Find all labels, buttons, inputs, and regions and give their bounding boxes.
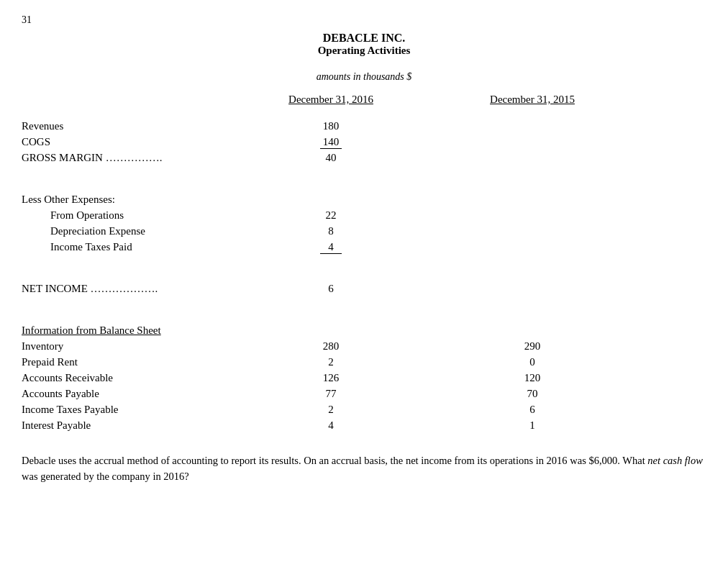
prepaid-rent-label: Prepaid Rent: [22, 356, 266, 368]
cogs-val1: 140: [266, 136, 396, 149]
financial-table: Revenues 180 COGS 140 GROSS MARGIN ………………: [22, 120, 706, 435]
other-expenses-section: Less Other Expenses: From Operations 22 …: [22, 194, 706, 257]
balance-sheet-header: Information from Balance Sheet: [22, 324, 266, 337]
company-name: DEBACLE INC.: [22, 32, 706, 45]
depreciation-row: Depreciation Expense 8: [22, 225, 706, 241]
revenues-row: Revenues 180: [22, 120, 706, 136]
accounts-payable-val2: 70: [468, 388, 597, 400]
gross-margin-row: GROSS MARGIN ……………. 40: [22, 152, 706, 168]
col2-header: December 31, 2015: [468, 94, 597, 106]
income-taxes-paid-row: Income Taxes Paid 4: [22, 241, 706, 257]
cogs-row: COGS 140: [22, 136, 706, 152]
income-taxes-paid-val1: 4: [266, 241, 396, 254]
balance-sheet-header-row: Information from Balance Sheet: [22, 324, 706, 340]
inventory-val1: 280: [266, 340, 396, 353]
other-expenses-header: Less Other Expenses:: [22, 194, 266, 206]
prepaid-rent-row: Prepaid Rent 2 0: [22, 356, 706, 372]
inventory-row: Inventory 280 290: [22, 340, 706, 356]
net-income-val1: 6: [266, 283, 396, 295]
other-expenses-header-row: Less Other Expenses:: [22, 194, 706, 209]
col1-header: December 31, 2016: [266, 94, 396, 106]
income-statement-section: Revenues 180 COGS 140 GROSS MARGIN ………………: [22, 120, 706, 168]
revenues-label: Revenues: [22, 120, 266, 132]
report-title: Operating Activities: [22, 45, 706, 57]
income-taxes-payable-val2: 6: [468, 404, 597, 416]
depreciation-val1: 8: [266, 225, 396, 237]
inventory-label: Inventory: [22, 340, 266, 353]
interest-payable-row: Interest Payable 4 1: [22, 419, 706, 435]
header: DEBACLE INC. Operating Activities: [22, 32, 706, 57]
inventory-val2: 290: [468, 340, 597, 353]
interest-payable-val1: 4: [266, 419, 396, 432]
accounts-receivable-row: Accounts Receivable 126 120: [22, 372, 706, 388]
accounts-payable-label: Accounts Payable: [22, 388, 266, 400]
accounts-receivable-label: Accounts Receivable: [22, 372, 266, 384]
bottom-text: Debacle uses the accrual method of accou…: [22, 453, 706, 485]
accounts-payable-row: Accounts Payable 77 70: [22, 388, 706, 404]
balance-sheet-section: Information from Balance Sheet Inventory…: [22, 324, 706, 435]
net-income-section: NET INCOME ………………. 6: [22, 283, 706, 299]
prepaid-rent-val2: 0: [468, 356, 597, 368]
income-taxes-payable-val1: 2: [266, 404, 396, 416]
accounts-receivable-val2: 120: [468, 372, 597, 384]
income-taxes-paid-label: Income Taxes Paid: [22, 241, 266, 253]
from-operations-val1: 22: [266, 209, 396, 222]
columns-header: December 31, 2016 December 31, 2015: [22, 94, 706, 106]
gross-margin-label: GROSS MARGIN …………….: [22, 152, 266, 164]
income-taxes-payable-row: Income Taxes Payable 2 6: [22, 404, 706, 419]
depreciation-label: Depreciation Expense: [22, 225, 266, 237]
from-operations-label: From Operations: [22, 209, 266, 222]
gross-margin-val1: 40: [266, 152, 396, 164]
accounts-receivable-val1: 126: [266, 372, 396, 384]
bottom-text-part1: Debacle uses the accrual method of accou…: [22, 455, 647, 466]
revenues-val1: 180: [266, 120, 396, 132]
accounts-payable-val1: 77: [266, 388, 396, 400]
from-operations-row: From Operations 22: [22, 209, 706, 225]
subtitle: amounts in thousands $: [22, 71, 706, 83]
cogs-label: COGS: [22, 136, 266, 148]
interest-payable-label: Interest Payable: [22, 419, 266, 432]
interest-payable-val2: 1: [468, 419, 597, 432]
page-number: 31: [22, 14, 706, 26]
bottom-text-italic: net cash flow: [647, 455, 703, 466]
bottom-text-part2: was generated by the company in 2016?: [22, 471, 189, 482]
income-taxes-payable-label: Income Taxes Payable: [22, 404, 266, 416]
net-income-label: NET INCOME ……………….: [22, 283, 266, 295]
net-income-row: NET INCOME ………………. 6: [22, 283, 706, 299]
prepaid-rent-val1: 2: [266, 356, 396, 368]
